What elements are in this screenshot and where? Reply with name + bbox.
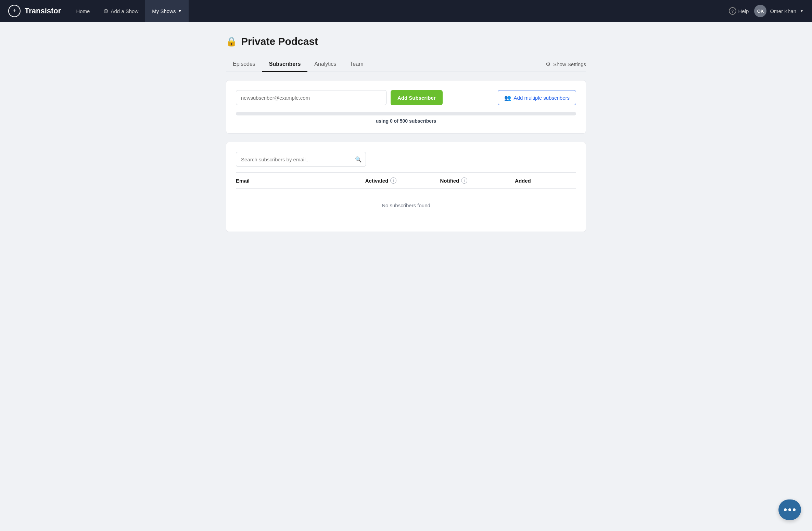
brand-icon: + xyxy=(8,5,21,17)
user-dropdown-arrow: ▼ xyxy=(800,9,804,13)
activated-info-icon[interactable]: i xyxy=(390,177,396,184)
col-header-notified: Notified i xyxy=(440,173,515,189)
navbar: + Transistor Home ⊕ Add a Show My Shows … xyxy=(0,0,812,22)
empty-message: No subscribers found xyxy=(236,189,576,222)
add-subscriber-button[interactable]: Add Subscriber xyxy=(391,90,443,105)
tabs: Episodes Subscribers Analytics Team ⚙ Sh… xyxy=(226,57,586,72)
progress-label: using 0 of 500 subscribers xyxy=(236,118,576,124)
show-settings-link[interactable]: ⚙ Show Settings xyxy=(540,57,586,72)
col-header-added: Added xyxy=(515,173,576,189)
add-subscriber-card: Add Subscriber 👥 Add multiple subscriber… xyxy=(226,80,586,134)
chat-bubble[interactable] xyxy=(778,499,801,520)
search-input[interactable] xyxy=(236,152,366,167)
people-icon: 👥 xyxy=(504,95,511,101)
search-icon: 🔍 xyxy=(355,157,362,162)
chat-dot-2 xyxy=(788,508,791,511)
add-multiple-subscribers-button[interactable]: 👥 Add multiple subscribers xyxy=(498,90,576,105)
page-title-row: 🔒 Private Podcast xyxy=(226,36,586,47)
col-header-email: Email xyxy=(236,173,365,189)
add-subscriber-row: Add Subscriber 👥 Add multiple subscriber… xyxy=(236,90,576,105)
add-circle-icon: ⊕ xyxy=(103,7,109,15)
avatar: OK xyxy=(754,5,766,17)
main-content: 🔒 Private Podcast Episodes Subscribers A… xyxy=(218,22,594,246)
search-wrap: 🔍 xyxy=(236,152,366,167)
chat-dots xyxy=(784,508,796,511)
progress-bar-track xyxy=(236,112,576,115)
brand-name: Transistor xyxy=(25,7,61,15)
chat-dot-3 xyxy=(793,508,796,511)
chat-dot-1 xyxy=(784,508,787,511)
table-header-row: Email Activated i Notified i xyxy=(236,173,576,189)
brand-logo[interactable]: + Transistor xyxy=(8,5,66,17)
notified-info-icon[interactable]: i xyxy=(461,177,467,184)
nav-my-shows[interactable]: My Shows ▼ xyxy=(145,0,189,22)
gear-icon: ⚙ xyxy=(546,61,550,67)
nav-right: ? Help OK Omer Khan ▼ xyxy=(729,5,804,17)
user-menu[interactable]: OK Omer Khan ▼ xyxy=(754,5,804,17)
search-icon-button[interactable]: 🔍 xyxy=(355,156,362,163)
tab-subscribers[interactable]: Subscribers xyxy=(262,57,307,72)
my-shows-dropdown-arrow: ▼ xyxy=(178,9,182,13)
progress-section: using 0 of 500 subscribers xyxy=(236,112,576,124)
subscribers-table: Email Activated i Notified i xyxy=(236,172,576,222)
tab-analytics[interactable]: Analytics xyxy=(307,57,343,72)
nav-home[interactable]: Home xyxy=(69,0,97,22)
email-input[interactable] xyxy=(236,90,386,105)
lock-icon: 🔒 xyxy=(226,36,237,47)
nav-help[interactable]: ? Help xyxy=(729,7,749,15)
col-header-activated: Activated i xyxy=(365,173,440,189)
table-row: No subscribers found xyxy=(236,189,576,222)
subscribers-table-card: 🔍 Email Activated i xyxy=(226,142,586,232)
tab-team[interactable]: Team xyxy=(343,57,370,72)
tab-episodes[interactable]: Episodes xyxy=(226,57,262,72)
page-title: Private Podcast xyxy=(241,36,318,47)
nav-add-show[interactable]: ⊕ Add a Show xyxy=(97,0,145,22)
help-icon: ? xyxy=(729,7,736,15)
